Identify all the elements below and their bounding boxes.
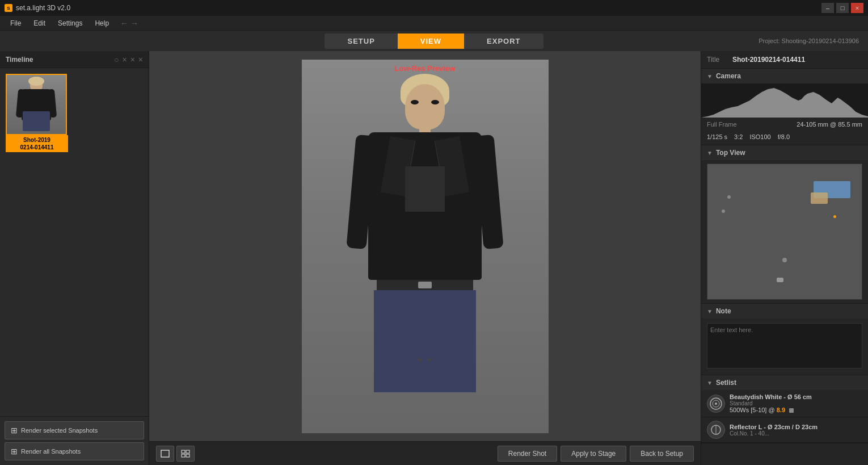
top-view-container	[707, 164, 862, 300]
app-title: set.a.light 3D v2.0	[16, 4, 70, 12]
arm-right	[474, 134, 503, 249]
setlist-name-2: Reflector L - Ø 23cm / D 23cm	[730, 424, 862, 430]
menu-bar: File Edit Settings Help ← →	[0, 16, 868, 31]
iso-value: ISO100	[749, 133, 770, 140]
camera-section: ▼ Camera Full Frame 24-105 mm @ 85.5 mm …	[701, 69, 868, 145]
menu-file[interactable]: File	[5, 18, 27, 29]
lens-value: 24-105 mm @ 85.5 mm	[797, 121, 862, 128]
menu-settings[interactable]: Settings	[52, 18, 88, 29]
menu-edit[interactable]: Edit	[28, 18, 51, 29]
minimize-button[interactable]: –	[821, 3, 834, 13]
histogram	[701, 83, 868, 118]
full-frame-label: Full Frame	[707, 121, 737, 128]
maximize-button[interactable]: □	[836, 3, 849, 13]
single-view-button[interactable]	[156, 446, 174, 462]
left-panel: Timeline ○ × × ×	[0, 51, 149, 465]
setlist-icon-1	[707, 395, 725, 413]
note-textarea[interactable]	[707, 323, 862, 368]
top-view-header[interactable]: ▼ Top View	[701, 145, 868, 160]
note-content	[701, 319, 868, 375]
title-left: S set.a.light 3D v2.0	[5, 4, 70, 12]
tab-view[interactable]: VIEW	[398, 33, 464, 49]
camera-section-title: Camera	[716, 72, 741, 80]
note-arrow-icon: ▼	[707, 308, 713, 315]
svg-rect-4	[186, 454, 189, 457]
app-icon: S	[5, 4, 12, 12]
tab-setup[interactable]: SETUP	[325, 33, 397, 49]
top-view-arrow-icon: ▼	[707, 150, 713, 156]
setlist-power-1: 500Ws [5-10] @ 8.9	[730, 407, 862, 413]
setlist-arrow-icon: ▼	[707, 380, 713, 386]
note-title: Note	[716, 307, 731, 315]
setlist-info-2: Reflector L - Ø 23cm / D 23cm Col.No. 1 …	[730, 424, 862, 437]
camera-arrow-icon: ▼	[707, 73, 713, 79]
timeline-icon-x1[interactable]: ×	[122, 55, 127, 64]
back-to-setup-button[interactable]: Back to Setup	[630, 446, 694, 462]
menu-help[interactable]: Help	[89, 18, 115, 29]
shutter-value: 1/125 s	[707, 133, 727, 140]
figure-background: ★ ★	[302, 60, 549, 433]
figure: ★ ★	[334, 70, 516, 433]
snapshot-thumbnail	[6, 74, 67, 135]
setlist-info-1: Beautydish White - Ø 56 cm Standard 500W…	[730, 393, 862, 413]
snapshot-item[interactable]: Shot-20190214-014411	[6, 74, 68, 152]
setlist-section: ▼ Setlist Beautydish White - Ø 56 cm Sta…	[701, 375, 868, 443]
timeline-header: Timeline ○ × × ×	[0, 51, 149, 68]
undo-redo: ← →	[120, 19, 138, 28]
setlist-icon-2	[707, 421, 725, 439]
figure-body	[368, 132, 482, 280]
grid-view-button[interactable]	[176, 446, 195, 462]
note-header[interactable]: ▼ Note	[701, 304, 868, 319]
title-value: Shot-20190214-014411	[732, 56, 805, 64]
close-button[interactable]: ×	[851, 3, 863, 13]
setlist-header[interactable]: ▼ Setlist	[701, 375, 868, 390]
center-panel: Low-Res Preview	[149, 51, 701, 465]
setlist-name-1: Beautydish White - Ø 56 cm	[730, 393, 862, 400]
top-view-section: ▼ Top View	[701, 145, 868, 304]
svg-rect-3	[182, 454, 185, 457]
timeline-icon-x2[interactable]: ×	[130, 55, 135, 64]
power-dot-1	[789, 408, 794, 413]
setlist-title: Setlist	[716, 379, 736, 387]
camera-frame-row: Full Frame 24-105 mm @ 85.5 mm	[707, 121, 862, 128]
setlist-item-2: Reflector L - Ø 23cm / D 23cm Col.No. 1 …	[701, 417, 868, 443]
svg-point-8	[715, 403, 717, 405]
svg-marker-5	[701, 88, 868, 118]
top-view-background	[707, 164, 862, 299]
render-shot-button[interactable]: Render Shot	[498, 446, 557, 462]
note-section: ▼ Note	[701, 304, 868, 375]
render-selected-button[interactable]: ⊞ Render selected Snapshots	[5, 421, 144, 439]
aperture-value: f/8.0	[778, 133, 790, 140]
main-content: Timeline ○ × × ×	[0, 51, 868, 465]
arm-left	[346, 134, 376, 249]
topview-subject	[782, 258, 787, 262]
window-controls[interactable]: – □ ×	[821, 3, 863, 13]
timeline-icon-x3[interactable]: ×	[138, 55, 143, 64]
timeline-icon-circle[interactable]: ○	[114, 55, 119, 64]
timeline-icons: ○ × × ×	[114, 55, 143, 64]
top-view-title: Top View	[716, 149, 745, 157]
figure-head	[405, 84, 445, 129]
preview-image: Low-Res Preview	[302, 60, 549, 433]
timeline-title: Timeline	[6, 56, 33, 64]
apply-to-stage-button[interactable]: Apply to Stage	[561, 446, 626, 462]
jeans-right	[429, 290, 473, 392]
figure-jeans: ★ ★	[374, 290, 476, 392]
stars-on-jeans: ★ ★	[416, 355, 433, 364]
render-selected-label: Render selected Snapshots	[21, 427, 98, 434]
bottom-toolbar: Render Shot Apply to Stage Back to Setup	[149, 441, 701, 465]
svg-rect-0	[161, 450, 169, 457]
figure-shirt	[405, 166, 445, 212]
setlist-subname-1: Standard	[730, 400, 862, 407]
redo-button[interactable]: →	[130, 19, 138, 28]
tab-export[interactable]: EXPORT	[464, 33, 543, 49]
setlist-subname-2: Col.No. 1 - 40...	[730, 430, 862, 437]
topview-camera	[777, 278, 783, 282]
ratio-value: 3:2	[734, 133, 743, 140]
camera-info: Full Frame 24-105 mm @ 85.5 mm	[701, 118, 868, 131]
undo-button[interactable]: ←	[120, 19, 128, 28]
render-all-button[interactable]: ⊞ Render all Snapshots	[5, 442, 144, 460]
topview-dot1	[727, 195, 731, 199]
camera-section-header[interactable]: ▼ Camera	[701, 69, 868, 83]
tabs: SETUP VIEW EXPORT	[325, 33, 543, 49]
